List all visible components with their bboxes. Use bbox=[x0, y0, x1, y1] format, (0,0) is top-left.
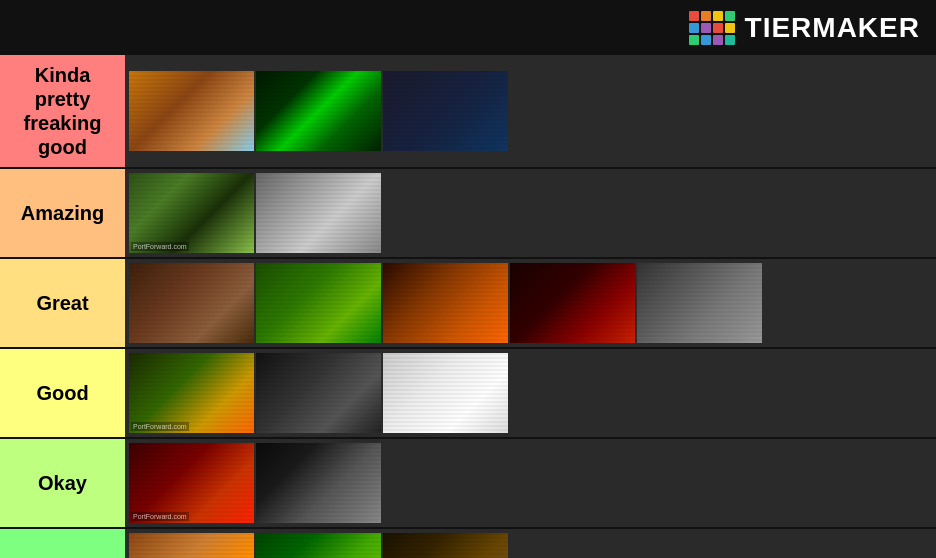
tier-label-good: Good bbox=[0, 349, 125, 437]
tier-images-great bbox=[125, 259, 936, 347]
header: TierMaker bbox=[0, 0, 936, 55]
logo-dot bbox=[725, 23, 735, 33]
logo-dot bbox=[725, 11, 735, 21]
tier-image-okay-1 bbox=[256, 443, 381, 523]
tier-images-okay: PortForward.com bbox=[125, 439, 936, 527]
app-container: TierMaker Kinda pretty freaking goodAmaz… bbox=[0, 0, 936, 558]
tier-image-good-2 bbox=[383, 353, 508, 433]
tier-row-kinda: Kinda pretty freaking good bbox=[0, 55, 936, 169]
logo-dot bbox=[713, 23, 723, 33]
tier-image-okay-0: PortForward.com bbox=[129, 443, 254, 523]
logo-text: TierMaker bbox=[745, 12, 920, 44]
tier-images-boring bbox=[125, 529, 936, 558]
tier-images-good: PortForward.com bbox=[125, 349, 936, 437]
tier-image-boring-0 bbox=[129, 533, 254, 558]
tier-table: Kinda pretty freaking goodAmazingPortFor… bbox=[0, 55, 936, 558]
tier-image-great-3 bbox=[510, 263, 635, 343]
tier-label-great: Great bbox=[0, 259, 125, 347]
tier-image-kinda-2 bbox=[383, 71, 508, 151]
tier-image-good-1 bbox=[256, 353, 381, 433]
logo-dot bbox=[713, 11, 723, 21]
tier-row-great: Great bbox=[0, 259, 936, 349]
tier-row-amazing: AmazingPortForward.com bbox=[0, 169, 936, 259]
logo-dot bbox=[701, 35, 711, 45]
tier-image-boring-2 bbox=[383, 533, 508, 558]
tier-row-good: GoodPortForward.com bbox=[0, 349, 936, 439]
tier-label-okay: Okay bbox=[0, 439, 125, 527]
tier-label-kinda: Kinda pretty freaking good bbox=[0, 55, 125, 167]
logo-grid-icon bbox=[689, 11, 735, 45]
tier-image-good-0: PortForward.com bbox=[129, 353, 254, 433]
tier-image-boring-1 bbox=[256, 533, 381, 558]
logo-dot bbox=[689, 23, 699, 33]
tier-image-kinda-0 bbox=[129, 71, 254, 151]
tier-image-great-2 bbox=[383, 263, 508, 343]
tiermaker-logo: TierMaker bbox=[689, 11, 920, 45]
tier-image-great-4 bbox=[637, 263, 762, 343]
tier-images-kinda bbox=[125, 55, 936, 167]
tier-label-amazing: Amazing bbox=[0, 169, 125, 257]
logo-dot bbox=[713, 35, 723, 45]
logo-dot bbox=[689, 35, 699, 45]
logo-dot bbox=[725, 35, 735, 45]
tier-image-great-1 bbox=[256, 263, 381, 343]
tier-image-amazing-0: PortForward.com bbox=[129, 173, 254, 253]
tier-image-kinda-1 bbox=[256, 71, 381, 151]
logo-dot bbox=[701, 11, 711, 21]
logo-dot bbox=[701, 23, 711, 33]
tier-images-amazing: PortForward.com bbox=[125, 169, 936, 257]
tier-row-boring: Boring bbox=[0, 529, 936, 558]
tier-row-okay: OkayPortForward.com bbox=[0, 439, 936, 529]
tier-label-boring: Boring bbox=[0, 529, 125, 558]
tier-image-great-0 bbox=[129, 263, 254, 343]
tier-image-amazing-1 bbox=[256, 173, 381, 253]
logo-dot bbox=[689, 11, 699, 21]
